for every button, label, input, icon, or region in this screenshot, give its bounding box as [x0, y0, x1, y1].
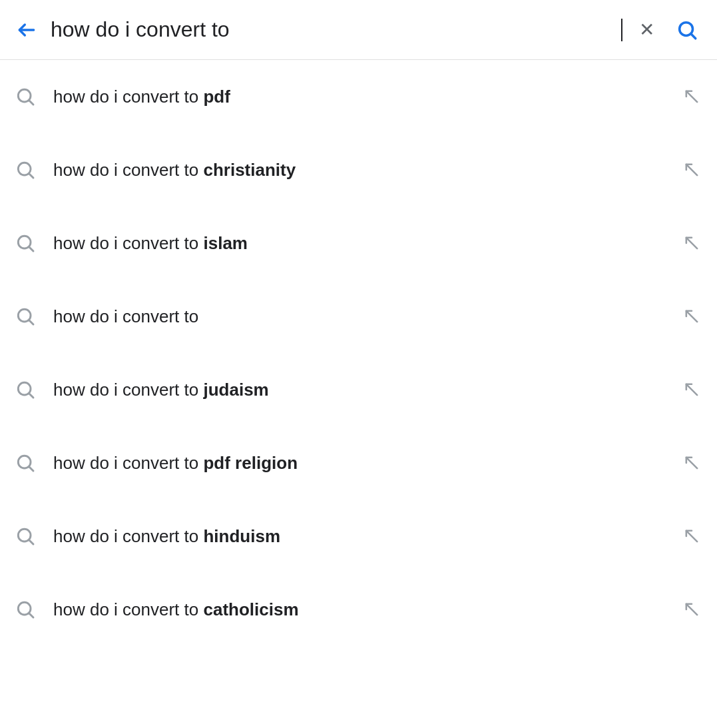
suggestion-item[interactable]: how do i convert to christianity [0, 133, 717, 206]
clear-icon: ✕ [639, 19, 654, 41]
svg-line-2 [692, 34, 696, 38]
suggestion-search-icon [13, 85, 37, 109]
suggestion-arrow-icon [680, 524, 704, 548]
search-button[interactable] [670, 19, 704, 41]
suggestions-list: how do i convert to pdf how do i convert… [0, 60, 717, 646]
search-input[interactable]: how do i convert to [51, 17, 620, 42]
suggestion-item[interactable]: how do i convert to hinduism [0, 500, 717, 573]
suggestion-item[interactable]: how do i convert to pdf [0, 60, 717, 133]
back-button[interactable] [13, 19, 40, 41]
suggestion-item[interactable]: how do i convert to pdf religion [0, 426, 717, 500]
svg-line-19 [29, 467, 33, 471]
suggestion-arrow-icon [680, 158, 704, 182]
suggestion-search-icon [13, 231, 37, 255]
suggestion-search-icon [13, 451, 37, 475]
svg-line-14 [686, 311, 697, 322]
svg-line-20 [686, 458, 697, 468]
svg-line-16 [29, 394, 33, 398]
svg-line-22 [29, 540, 33, 544]
suggestion-item[interactable]: how do i convert to catholicism [0, 573, 717, 646]
svg-line-11 [686, 238, 697, 248]
suggestion-search-icon [13, 304, 37, 328]
search-icon [676, 19, 698, 41]
suggestion-search-icon [13, 597, 37, 621]
svg-line-7 [29, 174, 33, 178]
suggestion-item[interactable]: how do i convert to judaism [0, 353, 717, 426]
svg-line-8 [686, 165, 697, 175]
suggestion-text: how do i convert to islam [53, 233, 664, 254]
suggestion-text: how do i convert to pdf religion [53, 453, 664, 474]
suggestion-search-icon [13, 378, 37, 402]
suggestion-search-icon [13, 158, 37, 182]
svg-line-5 [686, 91, 697, 102]
suggestion-text: how do i convert to catholicism [53, 599, 664, 620]
svg-line-23 [686, 531, 697, 542]
svg-line-26 [686, 604, 697, 615]
svg-line-25 [29, 613, 33, 617]
search-input-wrapper[interactable]: how do i convert to [51, 17, 622, 42]
svg-line-4 [29, 101, 33, 105]
suggestion-arrow-icon [680, 451, 704, 475]
text-cursor [621, 19, 622, 41]
suggestion-text: how do i convert to [53, 306, 664, 327]
suggestion-text: how do i convert to christianity [53, 160, 664, 181]
svg-line-13 [29, 320, 33, 324]
suggestion-search-icon [13, 524, 37, 548]
suggestion-arrow-icon [680, 231, 704, 255]
svg-line-17 [686, 384, 697, 395]
suggestion-text: how do i convert to judaism [53, 380, 664, 400]
suggestion-text: how do i convert to pdf [53, 87, 664, 107]
suggestion-item[interactable]: how do i convert to [0, 280, 717, 353]
suggestion-item[interactable]: how do i convert to islam [0, 206, 717, 280]
suggestion-arrow-icon [680, 378, 704, 402]
suggestion-text: how do i convert to hinduism [53, 526, 664, 547]
svg-line-10 [29, 247, 33, 251]
suggestion-arrow-icon [680, 85, 704, 109]
suggestion-arrow-icon [680, 304, 704, 328]
search-bar: how do i convert to ✕ [0, 0, 717, 60]
clear-button[interactable]: ✕ [633, 19, 660, 41]
suggestion-arrow-icon [680, 597, 704, 621]
